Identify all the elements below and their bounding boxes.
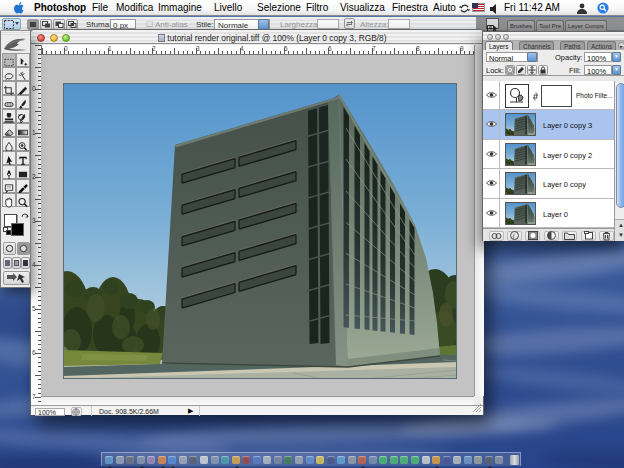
svg-text:f: f [513,232,516,240]
